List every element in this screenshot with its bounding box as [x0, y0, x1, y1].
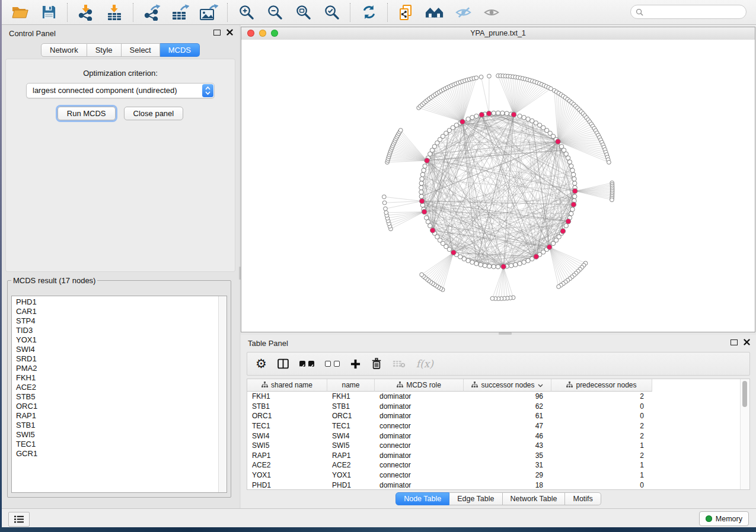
unselect-all-columns-icon[interactable]: [325, 361, 340, 367]
table-settings-icon[interactable]: ⚙: [256, 358, 267, 370]
table-row[interactable]: FKH1FKH1dominator962: [247, 392, 741, 402]
mcds-result-item[interactable]: FKH1: [12, 373, 218, 383]
table-row[interactable]: SWI4SWI4dominator462: [247, 431, 741, 441]
cell-mcds_role: connector: [375, 422, 464, 430]
duplicate-network-icon[interactable]: [397, 4, 416, 21]
mcds-result-listbox[interactable]: PHD1CAR1STP4TID3YOX1SWI4SRD1PMA2FKH1ACE2…: [11, 296, 227, 493]
attribute-tree-icon: [397, 381, 403, 389]
tab-edge-table[interactable]: Edge Table: [449, 492, 502, 505]
search-field[interactable]: [630, 5, 747, 19]
cell-predecessor_nodes: 2: [551, 432, 652, 440]
tab-motifs[interactable]: Motifs: [565, 492, 601, 505]
import-network-icon[interactable]: [76, 4, 95, 21]
home-windows-icon[interactable]: [425, 4, 444, 21]
close-panel-icon[interactable]: [227, 29, 233, 36]
network-canvas[interactable]: [241, 40, 755, 332]
cell-mcds_role: dominator: [375, 412, 464, 420]
table-row[interactable]: RAP1RAP1dominator352: [247, 451, 741, 461]
cell-predecessor_nodes: 0: [551, 402, 652, 411]
table-tabs: Node TableEdge TableNetwork TableMotifs: [241, 492, 756, 505]
export-network-icon[interactable]: [142, 4, 161, 21]
scrollbar-thumb[interactable]: [742, 381, 747, 407]
mcds-result-item[interactable]: ACE2: [12, 383, 218, 392]
table-scrollbar[interactable]: [740, 379, 749, 489]
delete-column-icon[interactable]: [371, 358, 382, 370]
show-panels-button[interactable]: [8, 512, 30, 527]
mcds-result-item[interactable]: SWI5: [12, 430, 218, 440]
tab-select[interactable]: Select: [122, 43, 160, 57]
search-input[interactable]: [646, 6, 746, 18]
mcds-result-item[interactable]: STB1: [12, 421, 218, 430]
run-mcds-button[interactable]: Run MCDS: [58, 107, 116, 120]
tab-style[interactable]: Style: [87, 43, 122, 57]
table-row[interactable]: ACE2ACE2connector311: [247, 460, 741, 470]
cell-predecessor_nodes: 2: [551, 451, 652, 460]
mcds-result-item[interactable]: STB5: [12, 392, 218, 402]
cell-name: PHD1: [327, 481, 375, 489]
listbox-scrollbar[interactable]: [218, 296, 227, 492]
table-row[interactable]: ORC1ORC1dominator610: [247, 411, 741, 421]
column-header-predecessor-nodes[interactable]: predecessor nodes: [551, 379, 652, 392]
mcds-result-item[interactable]: STP4: [12, 316, 218, 326]
cell-predecessor_nodes: 2: [551, 422, 652, 430]
cell-shared_name: ACE2: [247, 461, 327, 469]
hide-graphics-details-icon[interactable]: [454, 4, 473, 21]
cell-name: FKH1: [327, 392, 375, 400]
mcds-result-item[interactable]: YOX1: [12, 335, 218, 345]
add-column-icon[interactable]: [350, 359, 361, 369]
cell-mcds_role: connector: [375, 471, 464, 479]
mcds-result-item[interactable]: PHD1: [12, 297, 218, 307]
tab-node-table[interactable]: Node Table: [395, 492, 449, 505]
memory-button[interactable]: Memory: [699, 511, 749, 526]
optimization-criterion-dropdown[interactable]: largest connected component (undirected): [26, 83, 215, 98]
cell-shared_name: STB1: [247, 402, 327, 411]
mcds-result-item[interactable]: PMA2: [12, 364, 218, 373]
status-bar: Memory: [2, 508, 756, 528]
zoom-in-icon[interactable]: [237, 4, 256, 21]
mcds-result-item[interactable]: GCR1: [12, 449, 218, 459]
close-panel-icon[interactable]: [744, 339, 750, 345]
cell-name: ORC1: [327, 412, 375, 420]
show-graphics-details-icon[interactable]: [482, 4, 501, 21]
column-header-MCDS-role[interactable]: MCDS role: [375, 379, 464, 392]
table-row[interactable]: YOX1YOX1connector291: [247, 470, 741, 480]
float-panel-icon[interactable]: [731, 339, 738, 345]
table-row[interactable]: TEC1TEC1connector472: [247, 421, 741, 431]
mcds-result-item[interactable]: TID3: [12, 326, 218, 335]
tab-network[interactable]: Network: [41, 43, 87, 57]
select-all-columns-icon[interactable]: [299, 361, 314, 367]
mcds-result-item[interactable]: CAR1: [12, 307, 218, 316]
import-table-icon[interactable]: [105, 4, 124, 21]
open-file-icon[interactable]: [11, 4, 30, 21]
show-columns-icon[interactable]: [277, 358, 289, 369]
mcds-result-item[interactable]: SRD1: [12, 354, 218, 364]
mcds-result-item[interactable]: RAP1: [12, 411, 218, 421]
mcds-result-item[interactable]: TEC1: [12, 440, 218, 449]
table-panel-title: Table Panel: [248, 339, 288, 348]
cell-shared_name: FKH1: [247, 392, 327, 400]
table-row[interactable]: PHD1PHD1dominator180: [247, 480, 741, 490]
sort-desc-icon: [538, 381, 543, 389]
network-window-titlebar[interactable]: YPA_prune.txt_1: [241, 27, 755, 40]
export-table-icon[interactable]: [171, 4, 190, 21]
mcds-result-item[interactable]: SWI4: [12, 345, 218, 354]
table-row[interactable]: STB1STB1dominator620: [247, 402, 741, 412]
save-icon[interactable]: [39, 4, 58, 21]
zoom-selected-icon[interactable]: [322, 4, 341, 21]
zoom-fit-icon[interactable]: [294, 4, 312, 21]
float-panel-icon[interactable]: [213, 30, 221, 36]
zoom-out-icon[interactable]: [265, 4, 284, 21]
cell-successor_nodes: 96: [464, 392, 551, 400]
close-panel-button[interactable]: Close panel: [124, 107, 184, 120]
column-header-successor-nodes[interactable]: successor nodes: [464, 379, 551, 392]
column-header-shared-name[interactable]: shared name: [247, 379, 327, 392]
column-header-name[interactable]: name: [327, 379, 375, 392]
export-image-icon[interactable]: [199, 4, 218, 21]
mcds-panel: Optimization criterion: largest connecte…: [6, 59, 235, 271]
refresh-icon[interactable]: [359, 4, 378, 21]
tab-mcds[interactable]: MCDS: [160, 43, 200, 57]
cell-shared_name: SWI5: [247, 441, 327, 450]
table-row[interactable]: SWI5SWI5connector431: [247, 441, 741, 451]
tab-network-table[interactable]: Network Table: [503, 492, 566, 505]
mcds-result-item[interactable]: ORC1: [12, 402, 218, 411]
